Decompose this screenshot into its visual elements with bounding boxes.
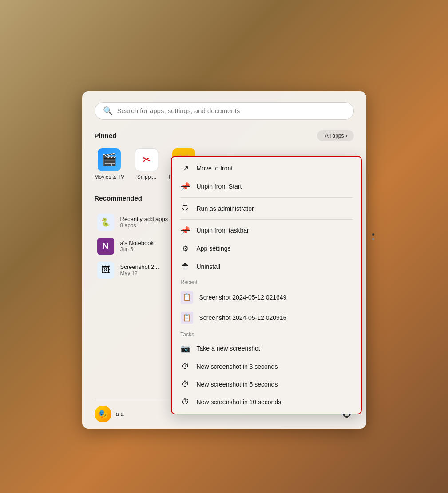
app-settings-icon: ⚙ <box>181 244 190 253</box>
menu-item-move-to-front[interactable]: ↗ Move to front <box>172 159 361 177</box>
menu-label-uninstall: Uninstall <box>197 263 221 270</box>
username: a a <box>116 410 124 417</box>
pinned-title: Pinned <box>95 132 117 139</box>
screenshot-2-label: Screenshot 2024-05-12 020916 <box>199 314 287 321</box>
menu-item-screenshot-10s[interactable]: ⏱ New screenshot in 10 seconds <box>172 393 361 411</box>
snipping-tool-icon: ✂ <box>135 148 158 171</box>
notebook-icon: N <box>97 238 114 255</box>
rec-name-notebook: a's Notebook <box>120 240 154 246</box>
rec-sub-notebook: Jun 5 <box>120 246 154 252</box>
menu-item-screenshot-5s[interactable]: ⏱ New screenshot in 5 seconds <box>172 375 361 393</box>
recommended-title: Recommended <box>95 194 143 202</box>
context-menu: ↗ Move to front 📌 Unpin from Start 🛡 Run… <box>171 156 362 414</box>
run-as-admin-icon: 🛡 <box>181 204 190 213</box>
dot-1 <box>372 233 374 236</box>
take-screenshot-icon: 📷 <box>181 344 190 353</box>
recently-added-icon: 🐍 <box>97 214 114 231</box>
movies-tv-label: Movies & TV <box>95 174 125 180</box>
pinned-app-snipping[interactable]: ✂ Snippi... <box>135 148 158 180</box>
menu-item-screenshot-3s[interactable]: ⏱ New screenshot in 3 seconds <box>172 358 361 375</box>
menu-item-take-screenshot[interactable]: 📷 Take a new screenshot <box>172 339 361 358</box>
menu-label-unpin-start: Unpin from Start <box>197 183 242 190</box>
screenshot-5s-icon: ⏱ <box>181 380 190 389</box>
menu-item-screenshot-2[interactable]: 📋 Screenshot 2024-05-12 020916 <box>172 308 361 328</box>
menu-label-screenshot-5s: New screenshot in 5 seconds <box>197 381 278 388</box>
menu-label-unpin-taskbar: Unpin from taskbar <box>197 227 249 234</box>
pagination-dots <box>372 233 374 240</box>
screenshot-2-icon: 📋 <box>181 312 193 324</box>
rec-info-recently-added: Recently add apps 8 apps <box>120 216 168 229</box>
search-bar[interactable]: 🔍 <box>95 102 354 120</box>
unpin-start-icon: 📌 <box>181 182 190 191</box>
menu-label-screenshot-3s: New screenshot in 3 seconds <box>197 363 278 370</box>
chevron-right-icon: › <box>346 133 348 139</box>
snipping-label: Snippi... <box>137 174 156 180</box>
recent-section-label: Recent <box>172 276 361 287</box>
all-apps-label: All apps <box>325 133 344 139</box>
start-menu: 🔍 Pinned All apps › 🎬 Movies & TV ✂ Snip… <box>82 91 366 429</box>
menu-label-screenshot-10s: New screenshot in 10 seconds <box>197 398 281 406</box>
pinned-section-header: Pinned All apps › <box>95 130 354 141</box>
menu-divider-1 <box>180 197 353 198</box>
user-profile[interactable]: 🎭 a a <box>95 406 124 422</box>
menu-item-unpin-start[interactable]: 📌 Unpin from Start <box>172 177 361 196</box>
pinned-app-movies-tv[interactable]: 🎬 Movies & TV <box>95 148 125 180</box>
rec-name-screenshot: Screenshot 2... <box>120 264 159 270</box>
rec-sub-recently-added: 8 apps <box>120 222 168 229</box>
screenshot-10s-icon: ⏱ <box>181 398 190 406</box>
screenshot-1-icon: 📋 <box>181 291 193 304</box>
screenshot-1-label: Screenshot 2024-05-12 021649 <box>199 294 287 301</box>
unpin-taskbar-icon: 📌 <box>181 226 190 235</box>
avatar: 🎭 <box>95 406 111 422</box>
screenshot-rec-icon: 🖼 <box>97 262 114 279</box>
search-icon: 🔍 <box>103 106 113 116</box>
menu-item-app-settings[interactable]: ⚙ App settings <box>172 240 361 258</box>
menu-divider-2 <box>180 219 353 220</box>
menu-item-run-as-admin[interactable]: 🛡 Run as administrator <box>172 200 361 217</box>
rec-name-recently-added: Recently add apps <box>120 216 168 222</box>
uninstall-icon: 🗑 <box>181 262 190 271</box>
search-input[interactable] <box>117 107 345 114</box>
rec-info-notebook: a's Notebook Jun 5 <box>120 240 154 252</box>
dot-2 <box>372 238 374 240</box>
menu-item-uninstall[interactable]: 🗑 Uninstall <box>172 258 361 276</box>
move-to-front-icon: ↗ <box>181 164 190 173</box>
movies-tv-icon: 🎬 <box>98 148 121 171</box>
menu-label-run-as-admin: Run as administrator <box>197 205 254 212</box>
menu-label-app-settings: App settings <box>197 245 231 252</box>
menu-label-take-screenshot: Take a new screenshot <box>197 345 260 352</box>
menu-item-screenshot-1[interactable]: 📋 Screenshot 2024-05-12 021649 <box>172 287 361 308</box>
menu-label-move-to-front: Move to front <box>197 165 233 172</box>
rec-sub-screenshot: May 12 <box>120 270 159 276</box>
all-apps-button[interactable]: All apps › <box>317 130 354 141</box>
tasks-section-label: Tasks <box>172 328 361 339</box>
menu-item-unpin-taskbar[interactable]: 📌 Unpin from taskbar <box>172 221 361 240</box>
rec-info-screenshot: Screenshot 2... May 12 <box>120 264 159 276</box>
screenshot-3s-icon: ⏱ <box>181 362 190 371</box>
